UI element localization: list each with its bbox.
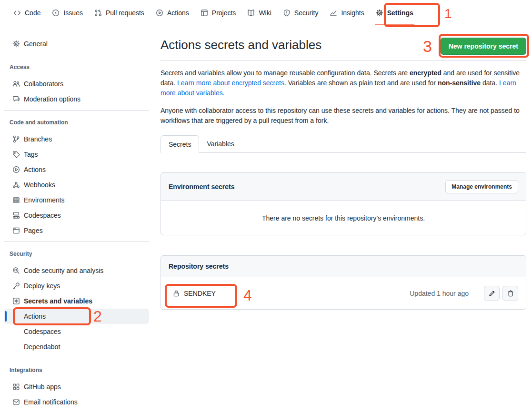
nav-tab-insights[interactable]: Insights xyxy=(326,6,368,20)
secret-name: SENDKEY xyxy=(184,290,216,297)
nav-tab-label: Pull requests xyxy=(106,9,144,17)
sidebar-item-moderation-options[interactable]: Moderation options xyxy=(4,91,149,107)
nav-tab-pull-requests[interactable]: Pull requests xyxy=(90,6,148,20)
sidebar-item-codespaces[interactable]: Codespaces xyxy=(4,208,149,223)
repo-tab-nav: CodeIssuesPull requestsActionsProjectsWi… xyxy=(0,0,532,26)
edit-secret-button[interactable] xyxy=(484,286,500,301)
sidebar-item-label: Pages xyxy=(24,227,43,234)
sidebar-item-collaborators[interactable]: Collaborators xyxy=(4,76,149,91)
tab-variables[interactable]: Variables xyxy=(199,135,241,152)
sidebar-divider xyxy=(4,242,149,242)
graph-icon xyxy=(330,9,337,17)
nav-tab-label: Actions xyxy=(167,9,189,17)
repository-secrets-header: Repository secrets xyxy=(161,256,526,277)
sidebar-item-label: Environments xyxy=(24,196,65,204)
git-branch-icon xyxy=(12,135,20,143)
play-icon xyxy=(156,9,163,17)
intro-bold-text: encrypted xyxy=(410,69,442,77)
nav-tab-label: Wiki xyxy=(259,9,271,17)
sidebar-item-email-notifications[interactable]: Email notifications xyxy=(4,394,149,410)
nav-tab-security[interactable]: Security xyxy=(279,6,322,20)
secrets-variables-tabnav: SecretsVariables xyxy=(161,135,526,153)
sidebar-item-webhooks[interactable]: Webhooks xyxy=(4,177,149,192)
shield-icon xyxy=(283,9,291,17)
environment-secrets-empty-state: There are no secrets for this repository… xyxy=(161,201,526,235)
tag-icon xyxy=(12,151,20,158)
sidebar-divider xyxy=(4,110,149,111)
sidebar-subitem-label: Actions xyxy=(24,312,46,320)
code-icon xyxy=(13,9,21,17)
sidebar-item-label: Moderation options xyxy=(24,95,80,103)
repository-secrets-list: SENDKEYUpdated 1 hour ago xyxy=(161,277,526,309)
tab-secrets[interactable]: Secrets xyxy=(161,135,199,153)
sidebar-item-label: Tags xyxy=(24,151,38,158)
intro-paragraph-1: Secrets and variables allow you to manag… xyxy=(161,68,526,98)
gear-icon xyxy=(12,40,20,48)
git-pull-request-icon xyxy=(94,9,102,17)
sidebar-item-label: Secrets and variables xyxy=(24,297,92,305)
mail-icon xyxy=(12,398,20,406)
nav-tab-label: Insights xyxy=(341,9,364,17)
apps-icon xyxy=(12,383,20,391)
sidebar-item-deploy-keys[interactable]: Deploy keys xyxy=(4,278,149,293)
sidebar-item-general[interactable]: General xyxy=(4,36,149,51)
settings-sidebar: GeneralAccessCollaboratorsModeration opt… xyxy=(0,34,153,410)
nav-tab-code[interactable]: Code xyxy=(10,6,44,20)
intro-link-1[interactable]: Learn more about encrypted secrets xyxy=(177,79,284,87)
sidebar-item-pages[interactable]: Pages xyxy=(4,223,149,238)
intro-bold-text: non-sensitive xyxy=(438,79,481,87)
secret-updated-timestamp: Updated 1 hour ago xyxy=(410,290,469,297)
intro-paragraph-2: Anyone with collaborator access to this … xyxy=(161,106,526,126)
trash-icon xyxy=(507,290,514,297)
nav-tab-label: Security xyxy=(294,9,319,17)
lock-icon xyxy=(172,290,180,297)
nav-tab-actions[interactable]: Actions xyxy=(152,6,193,20)
sidebar-subitem-codespaces[interactable]: Codespaces xyxy=(4,324,149,339)
sidebar-item-environments[interactable]: Environments xyxy=(4,192,149,208)
delete-secret-button[interactable] xyxy=(502,286,518,301)
key-icon xyxy=(12,282,20,290)
sidebar-section-code-and-automation: Code and automation xyxy=(0,119,153,126)
sidebar-item-label: Codespaces xyxy=(24,212,61,219)
sidebar-divider xyxy=(4,55,149,55)
new-repository-secret-button[interactable]: New repository secret xyxy=(441,38,526,55)
sidebar-section-security: Security xyxy=(0,250,153,258)
sidebar-item-branches[interactable]: Branches xyxy=(4,131,149,147)
sidebar-section-integrations: Integrations xyxy=(0,366,153,374)
sidebar-item-label: GitHub apps xyxy=(24,383,61,391)
nav-tab-label: Projects xyxy=(212,9,236,17)
page-head: Actions secrets and variables New reposi… xyxy=(161,34,526,60)
nav-tab-settings[interactable]: Settings xyxy=(372,6,417,20)
sidebar-item-tags[interactable]: Tags xyxy=(4,147,149,162)
codespaces-icon xyxy=(12,212,20,219)
repository-secrets-title: Repository secrets xyxy=(169,262,229,270)
sidebar-item-actions[interactable]: Actions xyxy=(4,162,149,177)
intro-text: Secrets and variables allow you to manag… xyxy=(161,69,410,77)
sidebar-subitem-label: Codespaces xyxy=(24,328,61,335)
sidebar-item-label: Email notifications xyxy=(24,398,78,406)
sidebar-item-code-security-and-analysis[interactable]: Code security and analysis xyxy=(4,263,149,278)
sidebar-item-github-apps[interactable]: GitHub apps xyxy=(4,379,149,394)
environment-secrets-header: Environment secrets Manage environments xyxy=(161,173,526,201)
sidebar-item-secrets-and-variables[interactable]: Secrets and variables xyxy=(4,293,149,309)
nav-tab-issues[interactable]: Issues xyxy=(48,6,86,20)
webhook-icon xyxy=(12,181,20,189)
nav-tab-wiki[interactable]: Wiki xyxy=(243,6,275,20)
nav-tab-projects[interactable]: Projects xyxy=(197,6,240,20)
sidebar-item-label: Branches xyxy=(24,135,52,143)
sidebar-item-label: General xyxy=(24,40,48,48)
secret-row: SENDKEYUpdated 1 hour ago xyxy=(161,277,526,309)
sidebar-subitem-dependabot[interactable]: Dependabot xyxy=(4,339,149,354)
server-icon xyxy=(12,196,20,204)
sidebar-subitem-actions[interactable]: Actions xyxy=(4,309,149,324)
secret-row-actions: Updated 1 hour ago xyxy=(410,286,518,301)
sidebar-subitem-label: Dependabot xyxy=(24,343,60,351)
sidebar-item-label: Actions xyxy=(24,166,46,173)
book-icon xyxy=(247,9,255,17)
key-asterisk-icon xyxy=(12,297,20,305)
sidebar-section-access: Access xyxy=(0,63,153,71)
sidebar-item-label: Code security and analysis xyxy=(24,267,103,274)
main-content: Actions secrets and variables New reposi… xyxy=(161,34,526,310)
manage-environments-button[interactable]: Manage environments xyxy=(445,180,518,193)
people-icon xyxy=(12,80,20,88)
